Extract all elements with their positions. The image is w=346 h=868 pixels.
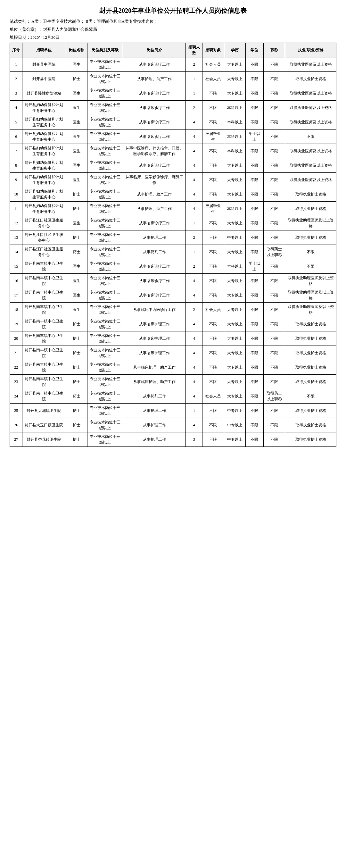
job-desc-cell: 从事临床诊疗工作 <box>123 129 186 144</box>
job-name-cell: 护士 <box>66 432 88 447</box>
job-name-cell: 药士 <box>66 245 88 259</box>
job-name-cell: 护士 <box>66 230 88 245</box>
title-cell: 不限 <box>263 129 285 144</box>
job-name-cell: 医生 <box>66 115 88 129</box>
hire-target-cell: 不限 <box>202 115 224 129</box>
edu-cell: 大专以上 <box>224 303 246 317</box>
hire-target-cell: 不限 <box>202 360 224 375</box>
seq-cell: 19 <box>10 317 23 332</box>
job-desc-cell: 从事护理、助产工作 <box>123 202 186 216</box>
table-row: 1封开县中医院医生专业技术岗位十三级以上从事临床诊疗工作2社会人员大专以上不限不… <box>10 57 336 72</box>
unit-cell: 封开县南丰镇中心卫生院 <box>23 346 66 360</box>
seq-cell: 8 <box>10 158 23 173</box>
hire-num-cell: 4 <box>186 346 202 360</box>
hire-target-cell: 应届毕业生 <box>202 129 224 144</box>
job-type-cell: 专业技术岗位十三级以上 <box>88 115 123 129</box>
degree-cell: 不限 <box>246 86 263 101</box>
edu-cell: 中专以上 <box>224 404 246 418</box>
degree-cell: 不限 <box>246 360 263 375</box>
table-row: 16封开县南丰镇中心卫生院医生专业技术岗位十三级以上从事临床诊疗工作4不限大专以… <box>10 274 336 288</box>
table-row: 12封开县江口社区卫生服务中心医生专业技术岗位十三级以上从事临床诊疗工作1不限大… <box>10 216 336 230</box>
degree-cell: 不限 <box>246 418 263 432</box>
hire-num-cell: 3 <box>186 432 202 447</box>
seq-cell: 23 <box>10 375 23 389</box>
title-cell: 不限 <box>263 101 285 115</box>
degree-cell: 不限 <box>246 202 263 216</box>
edu-cell: 大专以上 <box>224 245 246 259</box>
job-type-cell: 专业技术岗位十三级以上 <box>88 288 123 303</box>
job-desc-cell: 从事临床护理、助产工作 <box>123 375 186 389</box>
job-name-cell: 医生 <box>66 101 88 115</box>
table-row: 15封开县南丰镇中心卫生院医生专业技术岗位十三级以上从事临床诊疗工作2不限本科以… <box>10 259 336 274</box>
main-table: 序号 招聘单位 岗位名称 岗位类别及等级 岗位简介 招聘人数 招聘对象 学历 学… <box>10 43 336 447</box>
table-row: 22封开县南丰镇中心卫生院护士专业技术岗位十三级以上从事临床护理、助产工作4不限… <box>10 360 336 375</box>
degree-cell: 不限 <box>246 101 263 115</box>
seq-cell: 16 <box>10 274 23 288</box>
degree-cell: 不限 <box>246 72 263 86</box>
hire-target-cell: 不限 <box>202 187 224 202</box>
cert-cell: 取得执业护士资格 <box>285 332 336 346</box>
job-type-cell: 专业技术岗位十三级以上 <box>88 101 123 115</box>
job-desc-cell: 从事临床、医学影像诊疗、麻醉工作 <box>123 173 186 187</box>
title-cell: 不限 <box>263 259 285 274</box>
unit-cell: 封开县妇幼保健和计划生育服务中心 <box>23 187 66 202</box>
edu-cell: 大专以上 <box>224 346 246 360</box>
cert-cell: 取得执业医师及以上资格 <box>285 86 336 101</box>
job-name-cell: 护士 <box>66 404 88 418</box>
title-cell: 不限 <box>263 332 285 346</box>
exam-type: 笔试类别： A类：卫生类专业技术岗位； B类：管理岗位和非A类专业技术岗位； <box>10 18 336 25</box>
job-name-cell: 护士 <box>66 360 88 375</box>
table-row: 9封开县妇幼保健和计划生育服务中心医生专业技术岗位十三级以上从事临床、医学影像诊… <box>10 173 336 187</box>
title-cell: 取得药士以上职称 <box>263 245 285 259</box>
hire-num-cell: 4 <box>186 115 202 129</box>
hire-num-cell: 4 <box>186 129 202 144</box>
table-row: 19封开县南丰镇中心卫生院护士专业技术岗位十三级以上从事临床护理工作4不限大专以… <box>10 317 336 332</box>
hire-target-cell: 不限 <box>202 86 224 101</box>
title-cell: 不限 <box>263 404 285 418</box>
cert-cell: 取得执业医师及以上资格 <box>285 144 336 158</box>
hire-num-cell: 1 <box>186 404 202 418</box>
seq-cell: 22 <box>10 360 23 375</box>
hire-num-cell: 2 <box>186 57 202 72</box>
edu-cell: 大专以上 <box>224 317 246 332</box>
unit-cell: 封开县妇幼保健和计划生育服务中心 <box>23 101 66 115</box>
table-row: 23封开县南丰镇中心卫生院护士专业技术岗位十三级以上从事临床护理、助产工作4不限… <box>10 375 336 389</box>
seq-cell: 18 <box>10 303 23 317</box>
job-name-cell: 医生 <box>66 173 88 187</box>
edu-cell: 大专以上 <box>224 173 246 187</box>
job-type-cell: 专业技术岗位十三级以上 <box>88 404 123 418</box>
cert-cell: 取得执业护士资格 <box>285 187 336 202</box>
edu-cell: 中专以上 <box>224 418 246 432</box>
degree-cell: 不限 <box>246 230 263 245</box>
seq-cell: 25 <box>10 404 23 418</box>
cert-cell: 取得执业护士资格 <box>285 404 336 418</box>
degree-cell: 学士以上 <box>246 129 263 144</box>
seq-cell: 5 <box>10 115 23 129</box>
degree-cell: 不限 <box>246 216 263 230</box>
unit-info: 单位（盖公章）：封开县人力资源和社会保障局 <box>10 26 336 33</box>
table-row: 18封开县南丰镇中心卫生院医生专业技术岗位十三级以上从事临床中西医诊疗工作2社会… <box>10 303 336 317</box>
seq-cell: 11 <box>10 202 23 216</box>
header-cert: 执业(职业)资格 <box>285 43 336 57</box>
hire-num-cell: 4 <box>186 418 202 432</box>
cert-cell: 取得执业助理医师及以上资格 <box>285 288 336 303</box>
cert-cell: 取得执业医师及以上资格 <box>285 173 336 187</box>
hire-target-cell: 不限 <box>202 259 224 274</box>
table-row: 13封开县江口社区卫生服务中心护士专业技术岗位十三级以上从事护理工作2不限中专以… <box>10 230 336 245</box>
unit-cell: 封开县南丰镇中心卫生院 <box>23 303 66 317</box>
cert-cell: 取得执业助理医师及以上资格 <box>285 303 336 317</box>
unit-cell: 封开县杏花镇卫生院 <box>23 432 66 447</box>
job-type-cell: 专业技术岗位十三级以上 <box>88 230 123 245</box>
seq-cell: 2 <box>10 72 23 86</box>
job-desc-cell: 从事临床诊疗工作 <box>123 259 186 274</box>
table-row: 4封开县妇幼保健和计划生育服务中心医生专业技术岗位十三级以上从事临床诊疗工作2不… <box>10 101 336 115</box>
job-desc-cell: 从事临床诊疗工作 <box>123 216 186 230</box>
unit-cell: 封开县妇幼保健和计划生育服务中心 <box>23 129 66 144</box>
job-type-cell: 专业技术岗位十三级以上 <box>88 418 123 432</box>
unit-cell: 封开县妇幼保健和计划生育服务中心 <box>23 115 66 129</box>
table-row: 25封开县大洲镇卫生院护士专业技术岗位十三级以上从事护理工作1不限中专以上不限不… <box>10 404 336 418</box>
degree-cell: 不限 <box>246 57 263 72</box>
title-cell: 不限 <box>263 303 285 317</box>
hire-num-cell: 4 <box>186 202 202 216</box>
hire-target-cell: 社会人员 <box>202 57 224 72</box>
